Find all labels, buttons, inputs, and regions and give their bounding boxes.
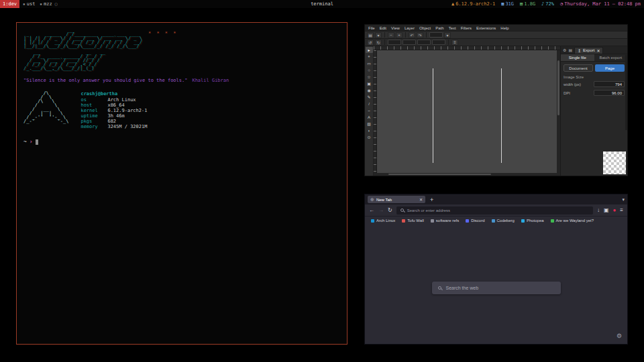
inkscape-canvas[interactable] (377, 50, 557, 173)
workspace-tag[interactable]: 1:dev (0, 0, 19, 8)
gear-icon[interactable]: ⚙ (563, 48, 566, 52)
bookmark-photopea[interactable]: Photopea (521, 219, 544, 223)
options-icon[interactable]: ≡ (451, 40, 458, 46)
back-button[interactable]: ← (369, 207, 374, 213)
statusbar-item-label: ust (27, 0, 36, 8)
zoom-tool-icon[interactable]: ⊙ (366, 134, 373, 140)
canvas-guide-left[interactable] (433, 68, 433, 163)
prompt-path: ~ (23, 139, 27, 145)
box3d-tool-icon[interactable]: ▣ (366, 80, 373, 86)
personalize-gear-icon[interactable]: ⚙ (616, 333, 622, 339)
zoom-in-icon[interactable]: + (396, 32, 402, 38)
bookmark-are-we-wayland-yet-[interactable]: Are we Wayland yet? (551, 219, 594, 223)
statusbar-item-ust[interactable]: ▪ust (23, 0, 35, 8)
toolbar-field[interactable] (417, 40, 431, 45)
menu-text[interactable]: Text (449, 26, 456, 30)
shell-prompt[interactable]: ~ › (23, 139, 340, 145)
extension-icon[interactable]: ▣ (604, 207, 609, 213)
rectangle-tool-icon[interactable]: ▭ (366, 60, 373, 66)
menu-layer[interactable]: Layer (405, 26, 415, 30)
new-tab-button[interactable]: + (429, 196, 435, 203)
text-cursor (36, 139, 38, 145)
undo-icon[interactable]: ↶ (409, 32, 415, 38)
dock-scrollbar[interactable] (625, 55, 627, 130)
list-tabs-chevron-icon[interactable]: ▾ (622, 197, 625, 202)
forward-button[interactable]: → (378, 207, 384, 213)
bookmark-favicon (402, 219, 405, 223)
menu-edit[interactable]: Edit (380, 26, 386, 30)
page-button[interactable]: Page (595, 64, 625, 72)
tab-single-file[interactable]: Single file (561, 54, 594, 61)
bookmark-discord[interactable]: Discord (466, 219, 484, 223)
document-button[interactable]: Document (564, 64, 593, 72)
web-search-placeholder: Search the web (446, 286, 479, 290)
calligraphy-tool-icon[interactable]: ~ (366, 107, 373, 113)
width-field-row: width (px) 794 (561, 80, 627, 88)
document-icon[interactable]: ▤ (367, 32, 374, 38)
toolbar-field[interactable] (402, 40, 416, 45)
bookmark-codeberg[interactable]: Codeberg (492, 219, 515, 223)
menu-file[interactable]: File (368, 26, 375, 30)
toolbar-field[interactable] (388, 40, 401, 45)
volume-icon: ♪ (541, 0, 544, 8)
tab-batch-export[interactable]: Batch export (594, 54, 628, 61)
toolbar-field[interactable] (429, 32, 443, 38)
inkscape-window[interactable]: FileEditViewLayerObjectPathTextFiltersEx… (364, 24, 628, 176)
terminal-window[interactable]: __ _ _____ / /________ ____ ___ ___ | | … (16, 22, 347, 345)
rotate-ccw-icon[interactable]: ↺ (367, 40, 374, 46)
pen-tool-icon[interactable]: / (366, 101, 373, 107)
dpi-input[interactable]: 96.00 (594, 90, 625, 96)
browser-window[interactable]: ⊕ New Tab ✕ + ▾ ← → ↻ Search or enter ad… (364, 194, 628, 345)
scrollbar-thumb[interactable] (557, 60, 559, 115)
redo-icon[interactable]: ↷ (417, 32, 423, 38)
width-input[interactable]: 794 (594, 81, 625, 87)
selector-tool-icon[interactable]: ▸ (366, 47, 373, 53)
fetch-value: Arch Linux (107, 97, 136, 103)
menu-button[interactable]: ≡ (620, 207, 623, 213)
ellipse-tool-icon[interactable]: ○ (366, 67, 373, 73)
canvas-horizontal-scrollbar[interactable] (374, 173, 560, 176)
dropper-tool-icon[interactable]: ◗ (366, 127, 373, 133)
zoom-dropdown-icon[interactable]: ▾ (444, 32, 451, 38)
gradient-tool-icon[interactable]: ▧ (366, 121, 373, 127)
reload-button[interactable]: ↻ (388, 207, 392, 213)
downloads-icon[interactable]: ↓ (597, 207, 600, 213)
status-bar: 1:dev ▪ust▪mzz ▢ terminal ▲6.12.9-arch2-… (0, 0, 644, 8)
bookmark-favicon (466, 219, 469, 223)
zoom-out-icon[interactable]: − (388, 32, 394, 38)
status-kernel: ▲6.12.9-arch2-1 (451, 0, 495, 8)
node-tool-icon[interactable]: ⌖ (366, 54, 373, 60)
scrollbar-thumb[interactable] (388, 174, 491, 175)
bookmark-tofu-wall[interactable]: Tofu Wall (402, 219, 423, 223)
address-bar[interactable]: Search or enter address (396, 206, 593, 215)
tab-close-icon[interactable]: ✕ (419, 197, 423, 202)
toolbar-field[interactable] (432, 40, 445, 45)
image-size-label: Image Size (561, 73, 627, 80)
export-dialog-tab[interactable]: ↥ Export ✕ (574, 47, 603, 54)
menu-help[interactable]: Help (500, 26, 508, 30)
web-search-box[interactable]: Search the web (432, 282, 561, 294)
star-tool-icon[interactable]: ☆ (366, 74, 373, 80)
layers-icon[interactable]: ▤ (568, 48, 572, 52)
bookmark-software-refs[interactable]: software refs (431, 219, 459, 223)
menu-filters[interactable]: Filters (461, 26, 472, 30)
menu-object[interactable]: Object (419, 26, 431, 30)
menu-view[interactable]: View (391, 26, 400, 30)
canvas-guide-right[interactable] (501, 68, 502, 163)
statusbar-item-mzz[interactable]: ▪mzz (40, 0, 52, 8)
fetch-label: host (80, 103, 107, 108)
menu-path[interactable]: Path (435, 26, 443, 30)
recording-indicator-icon[interactable]: ● (612, 207, 616, 213)
active-tab[interactable]: ⊕ New Tab ✕ (368, 196, 425, 203)
text-tool-icon[interactable]: A (366, 114, 373, 120)
status-volume: ♪72% (541, 0, 554, 8)
bookmark-arch-linux[interactable]: Arch Linux (371, 219, 395, 223)
close-icon[interactable]: ✕ (596, 48, 600, 53)
menu-extensions[interactable]: Extensions (476, 26, 496, 30)
statusbar-item-label: mzz (44, 0, 52, 8)
spiral-tool-icon[interactable]: ◉ (366, 87, 373, 93)
dpi-field-row: DPI 96.00 (561, 88, 627, 97)
rotate-cw-icon[interactable]: ↻ (375, 40, 382, 46)
dropdown-icon[interactable]: ▾ (375, 32, 382, 38)
pencil-tool-icon[interactable]: ✎ (366, 94, 373, 100)
